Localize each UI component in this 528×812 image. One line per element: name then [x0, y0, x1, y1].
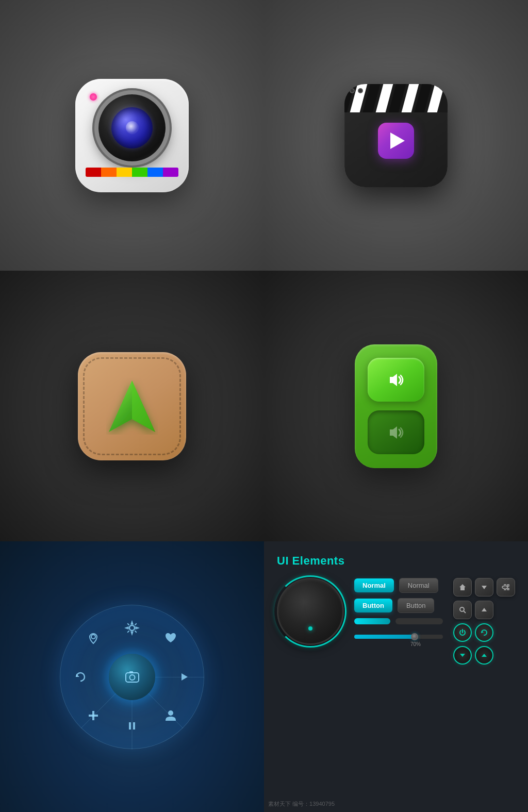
rainbow-blue — [147, 168, 163, 177]
svg-point-14 — [129, 675, 135, 680]
svg-marker-2 — [390, 374, 397, 386]
arrow-down-icon-button[interactable] — [475, 578, 493, 596]
ui-elements-cell: UI Elements Normal Normal Button — [264, 541, 528, 812]
ui-content: Normal Normal Button Button — [277, 578, 515, 665]
svg-marker-22 — [460, 654, 465, 657]
slider-thumb[interactable] — [411, 633, 418, 640]
svg-line-19 — [464, 611, 466, 613]
volume-off-button[interactable] — [368, 410, 424, 454]
slider-fill — [354, 635, 416, 639]
command-icon-button[interactable] — [497, 578, 515, 596]
arrow-up-icon-button[interactable] — [475, 601, 493, 619]
arrow-down-icon — [480, 583, 488, 591]
progress-slider-container: 70% — [354, 635, 443, 639]
search-icon-button[interactable] — [453, 601, 472, 619]
down-circle-button[interactable] — [453, 646, 472, 665]
home-icon — [458, 583, 467, 591]
camera-cell — [0, 0, 264, 271]
rainbow-orange — [101, 168, 117, 177]
pause-icon — [125, 719, 139, 733]
svg-rect-15 — [129, 671, 133, 673]
gear-icon — [124, 620, 140, 636]
home-icon-button[interactable] — [453, 578, 472, 596]
clapper-hole-1 — [350, 88, 355, 93]
camera-pink-dot — [90, 93, 97, 101]
svg-rect-10 — [89, 715, 98, 717]
svg-marker-5 — [182, 673, 188, 681]
refresh-circle-button[interactable] — [475, 623, 493, 642]
video-play-button[interactable] — [378, 123, 414, 159]
button-row: Button Button — [354, 598, 443, 613]
normal-cyan-button[interactable]: Normal — [354, 578, 394, 592]
camera-lens-outer — [98, 94, 166, 161]
svg-point-12 — [91, 635, 95, 639]
svg-marker-16 — [459, 584, 466, 590]
volume-off-icon — [386, 422, 406, 443]
normal-dark-button[interactable]: Normal — [399, 578, 438, 593]
progress-slider[interactable]: 70% — [354, 635, 443, 639]
radial-segment-location[interactable] — [70, 615, 117, 661]
volume-icon — [355, 344, 437, 468]
knob-dot — [308, 626, 312, 631]
video-cell — [264, 0, 528, 271]
circle-row-1 — [453, 623, 515, 642]
svg-point-6 — [168, 710, 173, 716]
camera-lens-shine — [126, 121, 139, 134]
volume-on-icon — [386, 370, 406, 390]
volume-knob[interactable] — [277, 578, 344, 645]
search-icon — [458, 606, 467, 614]
video-icon — [344, 84, 448, 187]
rainbow-yellow — [117, 168, 132, 177]
svg-rect-7 — [129, 722, 131, 730]
watermark: 素材天下 编号：13940795 — [268, 800, 335, 808]
buttons-section: Normal Normal Button Button — [354, 578, 443, 665]
navigation-icon — [78, 352, 186, 460]
svg-marker-20 — [482, 608, 487, 611]
icon-buttons-section — [453, 578, 515, 665]
svg-point-4 — [129, 625, 135, 631]
radial-menu — [55, 600, 209, 754]
svg-point-18 — [460, 607, 464, 611]
slider-percent: 70% — [410, 641, 421, 647]
power-icon — [458, 628, 467, 637]
radial-menu-cell — [0, 541, 264, 812]
nav-stitching — [83, 357, 181, 455]
up-circle-button[interactable] — [475, 646, 493, 665]
camera-lens-inner — [111, 107, 153, 148]
svg-marker-17 — [482, 586, 487, 589]
button-cyan-button[interactable]: Button — [354, 599, 392, 612]
clapper-holes — [350, 88, 363, 93]
volume-cell — [264, 271, 528, 541]
plus-icon — [86, 708, 101, 723]
svg-marker-23 — [482, 654, 487, 657]
svg-rect-8 — [133, 722, 135, 730]
knob-ring — [274, 575, 346, 648]
location-icon — [86, 631, 101, 645]
button-dark-button[interactable]: Button — [398, 598, 435, 613]
svg-rect-13 — [126, 673, 139, 682]
chevron-up-icon — [480, 651, 488, 659]
volume-on-button[interactable] — [368, 358, 424, 402]
circle-row-2 — [453, 646, 515, 665]
radial-center-button[interactable] — [109, 654, 155, 700]
icon-row-1 — [453, 578, 515, 596]
play-triangle-icon — [390, 132, 405, 149]
slider-bar-1[interactable] — [354, 618, 390, 624]
main-grid: UI Elements Normal Normal Button — [0, 0, 528, 812]
rainbow-purple — [163, 168, 178, 177]
camera-rainbow — [86, 168, 178, 177]
slider-bar-2[interactable] — [395, 618, 443, 624]
clapper-hole-2 — [358, 88, 363, 93]
command-icon — [502, 583, 510, 591]
camera-icon — [75, 79, 189, 192]
rainbow-red — [86, 168, 101, 177]
refresh-circle-icon — [480, 628, 488, 637]
power-circle-button[interactable] — [453, 623, 472, 642]
camera-center-icon — [123, 668, 141, 686]
navigation-cell — [0, 271, 264, 541]
rainbow-green — [132, 168, 147, 177]
ui-title: UI Elements — [277, 554, 344, 568]
chevron-down-icon — [458, 651, 467, 659]
icon-row-2 — [453, 601, 515, 619]
heart-icon — [163, 631, 178, 645]
